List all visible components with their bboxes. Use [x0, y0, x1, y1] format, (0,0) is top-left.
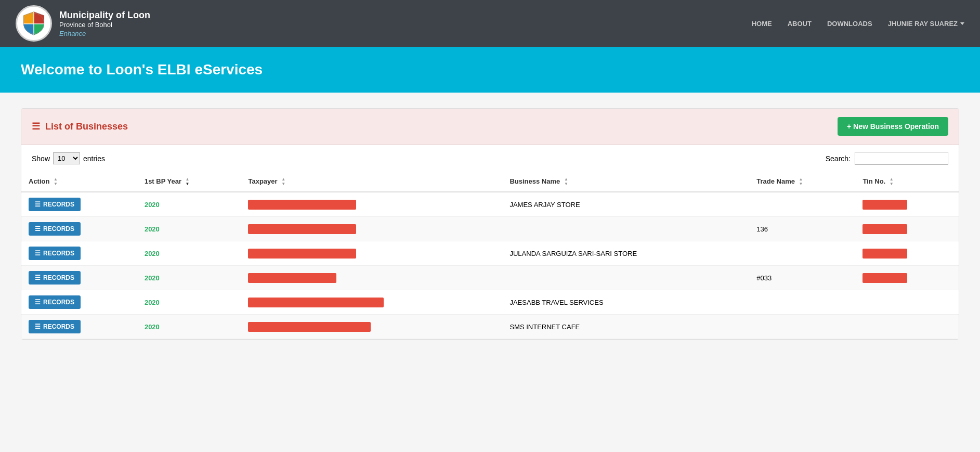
businesses-table: Action ▲▼ 1st BP Year ▲▼ Taxpayer	[21, 172, 959, 339]
entries-select[interactable]: 10 25 50 100	[53, 152, 80, 164]
cell-tin: XXXXXXXXX	[855, 241, 959, 266]
cell-business-name	[502, 266, 749, 290]
search-label: Search:	[826, 154, 851, 163]
hero-banner: Welcome to Loon's ELBI eServices	[0, 47, 980, 93]
nav-about[interactable]: ABOUT	[788, 20, 812, 28]
table-row: ☰ RECORDS2020JULANDA ANTONIOS SARGUIZAJU…	[21, 241, 959, 266]
cell-taxpayer: PAULINE JESSIE TIONAL SALMADES	[241, 315, 502, 339]
menu-icon: ☰	[35, 274, 41, 281]
main-content: ☰ List of Businesses + New Business Oper…	[0, 93, 980, 355]
records-button[interactable]: ☰ RECORDS	[29, 271, 81, 285]
brand-text: Municipality of Loon Province of Bohol E…	[59, 10, 150, 37]
sort-tradename-icon[interactable]: ▲▼	[799, 177, 803, 186]
cell-tin: XXXXXXXXX	[855, 217, 959, 241]
cell-trade-name	[749, 241, 855, 266]
cell-taxpayer: ESTRELLA SALINAS DOLCARES	[241, 217, 502, 241]
sort-bpyear-icon[interactable]: ▲▼	[186, 177, 190, 186]
redacted-tin: XXXXXXXXX	[863, 224, 907, 234]
redacted-tin: XXXXXXXXX	[863, 273, 907, 283]
table-row: ☰ RECORDS2020RAMIL MARTIN ABAIZADO#033XX…	[21, 266, 959, 290]
nav-user-menu[interactable]: JHUNIE RAY SUAREZ	[888, 20, 964, 28]
cell-trade-name	[749, 290, 855, 315]
redacted-tin: XXXXXXXXX	[863, 200, 907, 210]
cell-action: ☰ RECORDS	[21, 241, 137, 266]
cell-action: ☰ RECORDS	[21, 290, 137, 315]
sort-tin-icon[interactable]: ▲▼	[890, 177, 894, 186]
col-business-name: Business Name ▲▼	[502, 172, 749, 192]
records-button[interactable]: ☰ RECORDS	[29, 198, 81, 211]
cell-year: 2020	[137, 266, 241, 290]
search-input[interactable]	[855, 152, 948, 165]
menu-icon: ☰	[35, 201, 41, 208]
cell-trade-name: 136	[749, 217, 855, 241]
cell-business-name: SMS INTERNET CAFE	[502, 315, 749, 339]
redacted-taxpayer: ESTRELLA SALINAS DOLCARES	[248, 200, 356, 210]
brand-subtitle: Province of Bohol	[59, 21, 150, 29]
col-bp-year: 1st BP Year ▲▼	[137, 172, 241, 192]
cell-taxpayer: ESTRELLA SALINAS DOLCARES	[241, 192, 502, 217]
logo	[16, 5, 52, 42]
cell-action: ☰ RECORDS	[21, 192, 137, 217]
redacted-taxpayer: HERMALINA VILLAGONZALO SALGADOS	[248, 298, 384, 307]
menu-icon: ☰	[35, 225, 41, 233]
cell-tin: XXXXXXXXX	[855, 266, 959, 290]
table-row: ☰ RECORDS2020PAULINE JESSIE TIONAL SALMA…	[21, 315, 959, 339]
records-button[interactable]: ☰ RECORDS	[29, 247, 81, 260]
col-trade-name: Trade Name ▲▼	[749, 172, 855, 192]
cell-trade-name	[749, 315, 855, 339]
table-row: ☰ RECORDS2020ESTRELLA SALINAS DOLCARES13…	[21, 217, 959, 241]
cell-year: 2020	[137, 315, 241, 339]
navbar: Municipality of Loon Province of Bohol E…	[0, 0, 980, 47]
cell-business-name: JULANDA SARGUIZA SARI-SARI STORE	[502, 241, 749, 266]
cell-business-name	[502, 217, 749, 241]
menu-icon: ☰	[35, 323, 41, 330]
cell-trade-name: #033	[749, 266, 855, 290]
redacted-taxpayer: ESTRELLA SALINAS DOLCARES	[248, 224, 356, 234]
cell-business-name: JAMES ARJAY STORE	[502, 192, 749, 217]
hero-title: Welcome to Loon's ELBI eServices	[21, 61, 959, 78]
redacted-taxpayer: JULANDA ANTONIOS SARGUIZA	[248, 249, 356, 259]
col-taxpayer: Taxpayer ▲▼	[241, 172, 502, 192]
brand: Municipality of Loon Province of Bohol E…	[16, 5, 752, 42]
nav-downloads[interactable]: DOWNLOADS	[827, 20, 872, 28]
cell-action: ☰ RECORDS	[21, 266, 137, 290]
sort-action-icon[interactable]: ▲▼	[54, 177, 58, 186]
cell-taxpayer: HERMALINA VILLAGONZALO SALGADOS	[241, 290, 502, 315]
nav-home[interactable]: HOME	[752, 20, 772, 28]
col-action: Action ▲▼	[21, 172, 137, 192]
sort-taxpayer-icon[interactable]: ▲▼	[281, 177, 285, 186]
show-entries: Show 10 25 50 100 entries	[32, 152, 105, 164]
cell-tin	[855, 290, 959, 315]
nav-user-label: JHUNIE RAY SUAREZ	[888, 20, 958, 28]
list-icon: ☰	[32, 121, 40, 132]
brand-tagline: Enhance	[59, 30, 150, 37]
table-row: ☰ RECORDS2020HERMALINA VILLAGONZALO SALG…	[21, 290, 959, 315]
cell-tin: XXXXXXXXX	[855, 192, 959, 217]
panel-title-text: List of Businesses	[45, 121, 128, 132]
cell-action: ☰ RECORDS	[21, 217, 137, 241]
businesses-panel: ☰ List of Businesses + New Business Oper…	[21, 108, 959, 340]
cell-action: ☰ RECORDS	[21, 315, 137, 339]
table-body: ☰ RECORDS2020ESTRELLA SALINAS DOLCARESJA…	[21, 192, 959, 339]
redacted-taxpayer: PAULINE JESSIE TIONAL SALMADES	[248, 322, 370, 332]
table-header: Action ▲▼ 1st BP Year ▲▼ Taxpayer	[21, 172, 959, 192]
records-button[interactable]: ☰ RECORDS	[29, 320, 81, 333]
cell-tin	[855, 315, 959, 339]
records-button[interactable]: ☰ RECORDS	[29, 295, 81, 309]
cell-year: 2020	[137, 217, 241, 241]
cell-business-name: JAESABB TRAVEL SERVICES	[502, 290, 749, 315]
records-button[interactable]: ☰ RECORDS	[29, 222, 81, 236]
cell-year: 2020	[137, 290, 241, 315]
cell-taxpayer: RAMIL MARTIN ABAIZADO	[241, 266, 502, 290]
cell-taxpayer: JULANDA ANTONIOS SARGUIZA	[241, 241, 502, 266]
cell-trade-name	[749, 192, 855, 217]
brand-title: Municipality of Loon	[59, 10, 150, 21]
redacted-taxpayer: RAMIL MARTIN ABAIZADO	[248, 273, 336, 283]
search-box: Search:	[826, 152, 948, 165]
new-business-button[interactable]: + New Business Operation	[838, 117, 948, 136]
table-controls: Show 10 25 50 100 entries Search:	[21, 145, 959, 172]
sort-businessname-icon[interactable]: ▲▼	[564, 177, 568, 186]
menu-icon: ☰	[35, 250, 41, 257]
redacted-tin: XXXXXXXXX	[863, 249, 907, 259]
nav-links: HOME ABOUT DOWNLOADS JHUNIE RAY SUAREZ	[752, 20, 964, 28]
